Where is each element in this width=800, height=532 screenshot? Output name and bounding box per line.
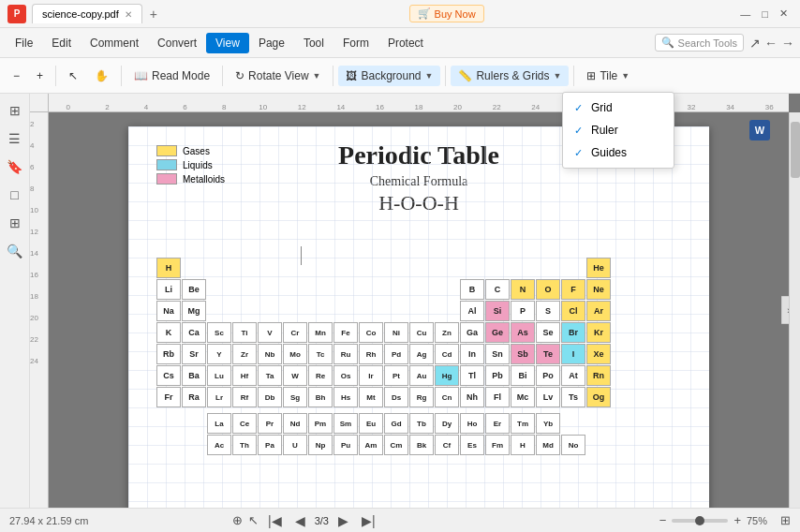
search-placeholder: Search Tools [678,37,737,49]
zoom-in-button[interactable]: + [733,513,741,527]
last-page-button[interactable]: ▶| [358,513,379,528]
element-Au: Au [409,365,434,386]
add-tab-button[interactable]: + [146,7,161,22]
tab-close-button[interactable]: ✕ [125,9,132,20]
zoom-slider[interactable] [672,519,728,523]
rotate-view-button[interactable]: ↻ Rotate View ▼ [228,66,328,86]
element-Sr: Sr [182,344,206,364]
back-button[interactable]: ← [764,36,778,51]
element-Hs: Hs [333,387,358,407]
menu-file[interactable]: File [6,33,42,53]
element-Ce: Ce [232,413,257,434]
spacer [283,258,307,278]
spacer [511,258,535,278]
element-O: O [536,279,560,300]
spacer [207,279,231,300]
select-tool[interactable]: ⊞ [4,99,26,122]
tile-button[interactable]: ⊞ Tile ▼ [579,66,637,86]
element-Db: Db [258,387,282,407]
element-La: La [207,413,231,434]
rotate-caret: ▼ [313,71,321,81]
menu-page[interactable]: Page [249,33,294,53]
menu-tool[interactable]: Tool [294,33,333,53]
element-Ta: Ta [258,365,282,386]
app-icon: P [7,5,26,23]
ruler-option[interactable]: ✓ Ruler [563,119,674,141]
element-No: No [561,435,585,455]
document-area[interactable]: 0 2 4 6 8 10 12 14 16 18 20 22 24 26 28 … [30,94,800,508]
liquids-swatch [156,159,177,170]
element-Re: Re [308,365,333,386]
forward-button[interactable]: → [781,36,794,51]
zoom-thumb[interactable] [695,516,704,525]
element-B: B [460,279,484,300]
element-Gd: Gd [384,413,408,434]
spacer [435,301,459,321]
grid-option[interactable]: ✓ Grid [563,96,674,119]
spacer [435,258,459,278]
spacer [409,279,434,300]
spacer [460,258,484,278]
external-link-icon[interactable]: ↗ [749,36,761,51]
next-page-button[interactable]: ▶ [334,513,352,528]
layers-tool[interactable]: ⊞ [4,212,26,234]
element-Tb: Tb [409,413,434,434]
spacer [435,279,459,300]
first-page-button[interactable]: |◀ [264,513,286,528]
cursor-icon: ↖ [68,69,78,82]
hand-tool-button[interactable]: ✋ [87,66,116,86]
document-tab[interactable]: science-copy.pdf ✕ [32,4,142,23]
element-V: V [258,322,282,343]
minimize-button[interactable]: — [735,8,755,20]
search-tool[interactable]: 🔍 [4,240,26,262]
zoom-out-button[interactable]: − [6,66,27,86]
element-Eu: Eu [359,413,383,434]
fit-width-icon[interactable]: ⊞ [780,513,791,527]
element-Ho: Ho [460,413,484,434]
collapse-arrow[interactable]: › [781,296,789,324]
prev-page-button[interactable]: ◀ [291,513,309,528]
menu-form[interactable]: Form [333,33,378,53]
menu-edit[interactable]: Edit [42,33,81,53]
guides-option[interactable]: ✓ Guides [563,141,674,164]
element-Ru: Ru [333,344,358,364]
zoom-in-button[interactable]: + [29,66,51,86]
fit-page-icon[interactable]: ⊕ [232,513,243,527]
menu-convert[interactable]: Convert [148,33,206,53]
menu-protect[interactable]: Protect [378,33,433,53]
cursor-mode-icon[interactable]: ↖ [248,513,259,527]
element-Cm: Cm [384,435,408,455]
menu-view[interactable]: View [206,33,249,53]
spacer [485,258,510,278]
list-tool[interactable]: ☰ [4,127,26,150]
ruler-top: 0 2 4 6 8 10 12 14 16 18 20 22 24 26 28 … [49,94,789,112]
element-Al: Al [460,301,484,321]
element-C: C [485,279,510,300]
bookmark-tool[interactable]: 🔖 [4,155,26,178]
background-button[interactable]: 🖼 Background ▼ [338,66,440,86]
rulers-grids-button[interactable]: 📏 Rulers & Grids ▼ [451,66,569,86]
close-button[interactable]: ✕ [775,7,793,20]
element-Se: Se [536,322,560,343]
menu-comment[interactable]: Comment [81,33,148,53]
read-mode-button[interactable]: 📖 Read Mode [126,66,217,86]
element-He: He [586,258,611,278]
scroll-thumb[interactable] [791,122,800,178]
rect-tool[interactable]: □ [4,184,26,206]
element-Nd: Nd [283,413,307,434]
status-bar: 27.94 x 21.59 cm ⊕ ↖ |◀ ◀ 3/3 ▶ ▶| − + 7… [0,508,800,532]
spacer [384,258,408,278]
zoom-out-button[interactable]: − [659,513,667,527]
search-box[interactable]: 🔍 Search Tools [655,34,744,52]
buy-now-button[interactable]: 🛒 Buy Now [409,5,484,22]
search-icon: 🔍 [661,37,674,49]
legend-liquids: Liquids [156,159,225,170]
select-tool-button[interactable]: ↖ [61,66,85,86]
tile-caret: ▼ [621,71,630,81]
element-Ga: Ga [460,322,484,343]
rotate-icon: ↻ [235,69,244,82]
element-Ds: Ds [384,387,408,407]
element-Os: Os [333,365,358,386]
restore-button[interactable]: □ [757,8,773,20]
vertical-scrollbar[interactable] [789,112,800,508]
